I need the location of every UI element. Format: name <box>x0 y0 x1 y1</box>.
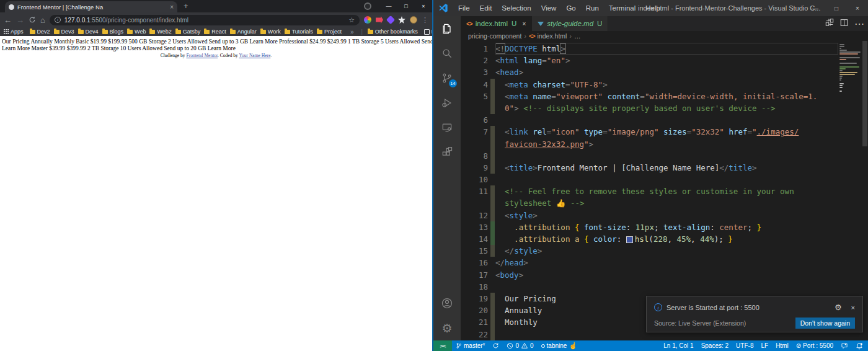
bookmark-item[interactable]: Dev3 <box>54 29 74 35</box>
tabnine-item[interactable]: tabnine ☝ <box>538 342 582 350</box>
breadcrumb-folder[interactable]: pricing-component <box>468 32 521 40</box>
vscode-minimize-button[interactable]: — <box>805 0 826 16</box>
code-line[interactable]: 12 <style> <box>461 210 838 221</box>
bookmark-star-icon[interactable]: ☆ <box>348 16 355 24</box>
more-actions-icon[interactable]: ⋯ <box>854 18 864 30</box>
vscode-close-button[interactable]: × <box>847 0 868 16</box>
chrome-tab[interactable]: Frontend Mentor | [Challenge Na × <box>5 1 177 12</box>
code-line[interactable]: 7 <link rel="icon" type="image/png" size… <box>461 126 838 138</box>
dont-show-again-button[interactable]: Don't show again <box>795 318 855 329</box>
code-line[interactable]: 10 <box>461 174 838 185</box>
code-line[interactable]: 0"> <!-- displays site properly based on… <box>461 102 838 114</box>
notification-settings-icon[interactable]: ⚙ <box>835 303 842 312</box>
site-info-icon[interactable]: i <box>55 17 61 23</box>
bookmark-item[interactable]: Web2 <box>149 29 171 35</box>
chrome-close-button[interactable]: × <box>415 0 432 12</box>
search-icon[interactable] <box>433 41 461 66</box>
code-line[interactable]: 4 <meta charset="UTF-8"> <box>461 79 838 91</box>
status-item[interactable]: UTF-8 <box>732 342 757 349</box>
code-line[interactable]: 2<html lang="en"> <box>461 55 838 66</box>
split-editor-icon[interactable] <box>840 18 848 29</box>
chrome-maximize-button[interactable]: □ <box>397 0 415 12</box>
code-line[interactable]: favicon-32x32.png"> <box>461 138 838 150</box>
code-line[interactable]: 13 .attribution { font-size: 11px; text-… <box>461 221 838 233</box>
code-line[interactable]: 9 <title>Frontend Mentor | [Challenge Na… <box>461 162 838 174</box>
code-line[interactable]: 6 <box>461 114 838 126</box>
profile-avatar[interactable] <box>410 16 417 24</box>
code-line[interactable]: 3<head> <box>461 66 838 78</box>
tab-close-icon[interactable]: × <box>522 20 526 27</box>
menu-file[interactable]: File <box>453 4 475 12</box>
bookmark-item[interactable]: Angular <box>230 29 257 35</box>
bookmark-item[interactable]: Project <box>317 29 342 35</box>
bookmark-item[interactable]: Tutorials <box>285 29 313 35</box>
status-item[interactable]: Ln 1, Col 1 <box>660 342 697 349</box>
menu-terminal[interactable]: Terminal <box>604 4 640 12</box>
menu-go[interactable]: Go <box>561 4 580 12</box>
notification-close-icon[interactable]: × <box>851 304 855 311</box>
code-line[interactable]: 18 <box>461 281 838 293</box>
overlay-record-icon[interactable] <box>364 2 371 10</box>
source-control-icon[interactable]: 14 <box>433 66 461 91</box>
code-line[interactable]: 8 <box>461 150 838 162</box>
bookmark-item[interactable]: Blogs <box>102 29 124 35</box>
other-bookmarks[interactable]: Other bookmarks <box>368 29 418 35</box>
scrollbar-slider[interactable] <box>862 41 867 146</box>
status-item[interactable]: Spaces: 2 <box>698 342 732 349</box>
breadcrumb-file[interactable]: index.html <box>538 32 567 40</box>
run-debug-icon[interactable] <box>433 91 461 115</box>
notifications-bell-icon[interactable] <box>852 342 868 350</box>
status-item[interactable]: LF <box>757 342 772 349</box>
code-line[interactable]: 14 .attribution a { color: hsl(228, 45%,… <box>461 233 838 245</box>
code-line[interactable]: stylesheet 👍 --> <box>461 197 838 209</box>
extensions-icon[interactable] <box>433 140 461 165</box>
bookmark-item[interactable]: Dev4 <box>78 29 99 35</box>
code-line[interactable]: 17<body> <box>461 269 838 281</box>
code-line[interactable]: 15 </style> <box>461 245 838 257</box>
code-line[interactable]: 1<!DOCTYPE html> <box>461 43 838 55</box>
chrome-menu-icon[interactable]: ⋮ <box>422 16 428 24</box>
sync-icon[interactable] <box>489 342 503 349</box>
problems-item[interactable]: 0 0 <box>503 342 537 349</box>
menu-edit[interactable]: Edit <box>475 4 497 12</box>
feedback-icon[interactable] <box>837 342 852 349</box>
home-button[interactable]: ⌂ <box>40 16 45 24</box>
url-text[interactable]: 127.0.0.1:5500/pricing-component/index.h… <box>64 17 345 24</box>
open-changes-icon[interactable] <box>825 18 834 29</box>
code-line[interactable]: 11 <!-- Feel free to remove these styles… <box>461 185 838 197</box>
chrome-minimize-button[interactable]: — <box>380 0 397 12</box>
code-line[interactable]: 16</head> <box>461 257 838 269</box>
bookmark-item[interactable]: Work <box>260 29 281 35</box>
extension-white-icon[interactable] <box>398 16 405 24</box>
new-tab-button[interactable]: + <box>184 1 188 12</box>
bookmark-item[interactable]: Gatsby <box>175 29 201 35</box>
port-item[interactable]: ⊘ Port : 5500 <box>792 342 837 349</box>
bookmark-apps[interactable]: Apps <box>4 29 24 35</box>
menu-view[interactable]: View <box>536 4 562 12</box>
bookmark-item[interactable]: Web <box>127 29 146 35</box>
bookmark-item[interactable]: Dev2 <box>30 29 50 35</box>
accounts-icon[interactable] <box>433 291 461 316</box>
address-bar[interactable]: i 127.0.0.1:5500/pricing-component/index… <box>50 15 360 25</box>
menu-selection[interactable]: Selection <box>497 4 536 12</box>
code-editor[interactable]: 1<!DOCTYPE html>2<html lang="en">3<head>… <box>461 41 868 340</box>
tab-close-icon[interactable]: × <box>170 4 174 11</box>
extension-red-icon[interactable] <box>376 16 383 24</box>
reload-button[interactable] <box>29 16 36 24</box>
code-line[interactable]: 5 <meta name="viewport" content="width=d… <box>461 91 838 102</box>
menu-run[interactable]: Run <box>581 4 604 12</box>
bookmark-item[interactable]: React <box>204 29 226 35</box>
frontend-mentor-link[interactable]: Frontend Mentor <box>186 53 218 58</box>
extension-purple-icon[interactable] <box>386 16 395 24</box>
vscode-maximize-button[interactable]: □ <box>826 0 847 16</box>
git-branch-item[interactable]: master* <box>452 342 489 349</box>
extension-colorwheel-icon[interactable] <box>364 16 371 24</box>
forward-button[interactable]: → <box>16 16 24 24</box>
remote-explorer-icon[interactable] <box>433 115 461 140</box>
settings-gear-icon[interactable]: ⚙ <box>433 316 461 340</box>
your-name-link[interactable]: Your Name Here <box>239 53 270 58</box>
status-item[interactable]: Html <box>772 342 792 349</box>
explorer-icon[interactable] <box>433 16 461 41</box>
bookmarks-overflow-icon[interactable]: » <box>350 29 354 35</box>
back-button[interactable]: ← <box>4 16 12 24</box>
